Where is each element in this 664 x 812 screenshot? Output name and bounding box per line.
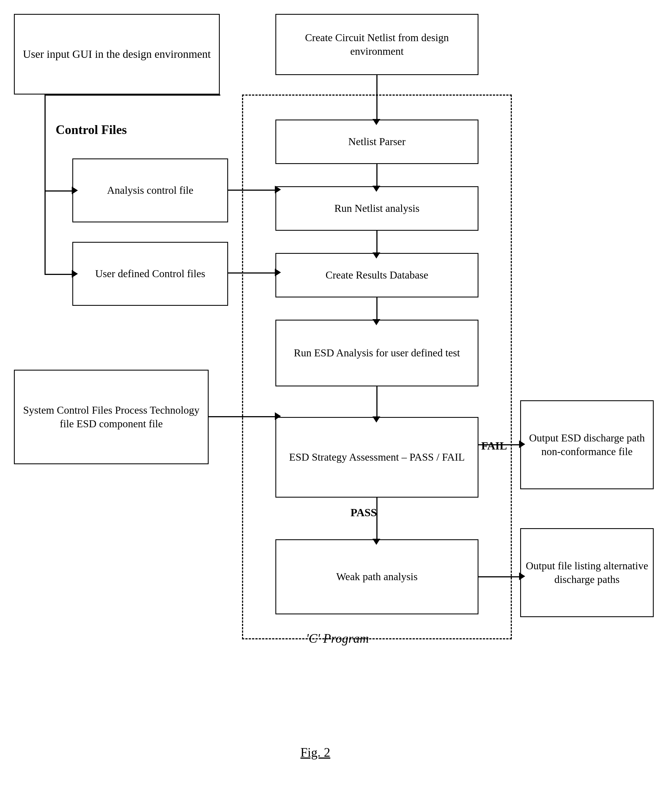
arrow-circuit-to-parser-line: [376, 75, 378, 120]
control-bracket-h2: [44, 274, 73, 275]
arrow-analysis-to-parser-head: [275, 186, 281, 193]
output-alt-label: Output file listing alternative discharg…: [526, 559, 648, 586]
c-program-label: 'C' Program: [306, 631, 369, 646]
arrow-sysctl-h: [208, 416, 276, 417]
user-input-box: User input GUI in the design environment: [14, 14, 220, 94]
arrow-esd-to-strategy-head: [373, 416, 380, 422]
control-bracket-v: [44, 190, 46, 274]
analysis-control-box: Analysis control file: [72, 158, 228, 222]
arrow-netlist-to-results-line: [376, 231, 378, 253]
create-results-label: Create Results Database: [325, 268, 428, 282]
control-bracket-arrow2: [72, 270, 78, 278]
pass-label: PASS: [350, 506, 377, 519]
arrow-userdefined-h: [228, 273, 276, 274]
arrow-results-to-esd-line: [376, 297, 378, 320]
fig-label: Fig. 2: [300, 745, 330, 760]
arrow-sysctl-head: [275, 412, 281, 420]
fail-label: FAIL: [481, 439, 507, 452]
arrow-results-to-esd-head: [373, 319, 380, 325]
system-control-box: System Control Files Process Technology …: [14, 370, 208, 464]
weak-path-label: Weak path analysis: [336, 570, 418, 583]
create-circuit-label: Create Circuit Netlist from design envir…: [281, 31, 473, 58]
arrow-userdefined-head: [275, 268, 281, 276]
arrow-weak-to-alt-head: [519, 572, 525, 580]
arrow-analysis-to-parser-h: [228, 190, 276, 191]
user-input-label: User input GUI in the design environment: [23, 47, 211, 62]
user-defined-label: User defined Control files: [95, 267, 205, 281]
arrow-userinput-v: [44, 94, 46, 191]
control-files-label: Control Files: [55, 122, 127, 137]
output-esd-box: Output ESD discharge path non-conformanc…: [520, 400, 654, 489]
esd-strategy-label: ESD Strategy Assessment – PASS / FAIL: [289, 450, 465, 464]
arrow-netlist-to-results-head: [373, 252, 380, 258]
analysis-control-label: Analysis control file: [107, 184, 193, 197]
output-esd-label: Output ESD discharge path non-conformanc…: [526, 431, 648, 459]
arrow-fail-head: [519, 440, 525, 448]
output-alt-box: Output file listing alternative discharg…: [520, 528, 654, 617]
arrow-esd-to-strategy-line: [376, 387, 378, 417]
netlist-parser-label: Netlist Parser: [348, 135, 405, 148]
user-defined-box: User defined Control files: [72, 242, 228, 306]
netlist-parser-box: Netlist Parser: [275, 120, 478, 164]
arrow-parser-to-netlist-head: [373, 186, 380, 192]
system-control-label: System Control Files Process Technology …: [19, 403, 203, 431]
esd-strategy-box: ESD Strategy Assessment – PASS / FAIL: [275, 417, 478, 498]
arrow-userinput-h: [44, 94, 220, 96]
run-esd-label: Run ESD Analysis for user defined test: [294, 346, 460, 360]
run-esd-box: Run ESD Analysis for user defined test: [275, 320, 478, 387]
arrow-circuit-to-parser-head: [373, 119, 380, 125]
create-circuit-box: Create Circuit Netlist from design envir…: [275, 14, 478, 75]
create-results-box: Create Results Database: [275, 253, 478, 297]
control-bracket-h1: [44, 190, 73, 192]
run-netlist-box: Run Netlist analysis: [275, 186, 478, 231]
arrow-weak-to-alt-line: [478, 576, 520, 577]
control-bracket-arrow1: [72, 187, 78, 194]
diagram: User input GUI in the design environment…: [0, 0, 664, 812]
weak-path-box: Weak path analysis: [275, 539, 478, 614]
arrow-parser-to-netlist-line: [376, 164, 378, 187]
arrow-pass-head: [373, 539, 380, 545]
run-netlist-label: Run Netlist analysis: [334, 201, 420, 215]
